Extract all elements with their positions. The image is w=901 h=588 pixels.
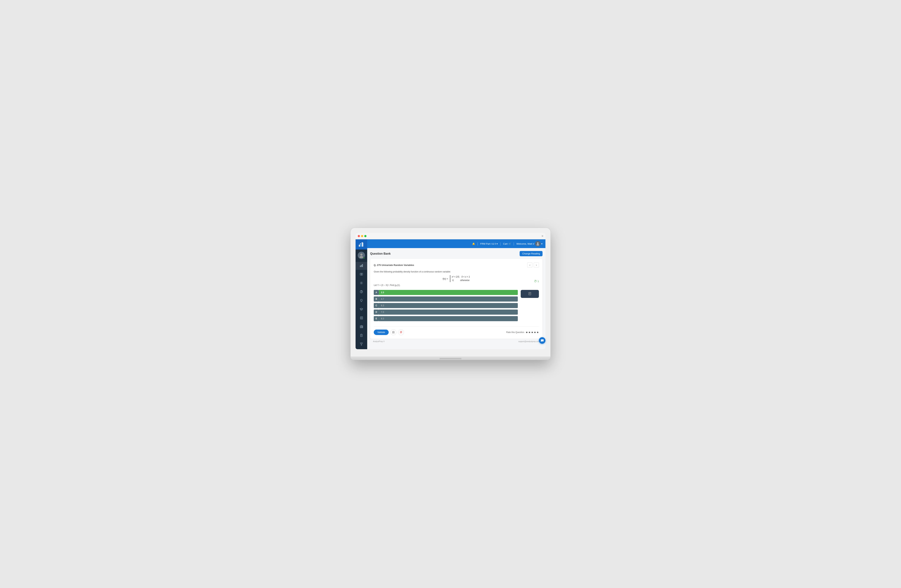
flag-icon	[400, 331, 402, 334]
user-dropdown-icon: ▾	[541, 242, 542, 245]
svg-rect-19	[360, 326, 361, 328]
svg-rect-21	[362, 326, 363, 328]
traffic-lights	[358, 235, 366, 237]
logo-icon	[359, 242, 364, 247]
support-email: support@analystprep.com	[518, 340, 539, 343]
sidebar-item-brain[interactable]	[355, 297, 367, 305]
sidebar-item-notes[interactable]	[355, 314, 367, 322]
option-e-value: 8.3	[381, 317, 384, 320]
previous-question-button[interactable]: ‹	[527, 262, 532, 268]
svg-point-27	[537, 242, 539, 244]
option-e-label: E	[374, 316, 379, 321]
svg-rect-0	[359, 245, 360, 246]
option-b-row[interactable]: B 4.7	[374, 296, 518, 301]
validate-button[interactable]: Validate	[374, 329, 389, 335]
user-welcome[interactable]: Welcome, Matt.V ▾	[516, 241, 542, 246]
svg-rect-22	[360, 334, 362, 337]
sidebar	[355, 239, 367, 349]
question-title: Q. 275 Univariate Random Variables	[374, 264, 414, 267]
star-5[interactable]: ★	[536, 331, 539, 334]
option-a-bar[interactable]: 2.3	[379, 290, 518, 295]
lightbulb-icon	[360, 299, 363, 303]
solution-icon	[528, 292, 532, 296]
option-d-bar[interactable]: 7.3	[379, 310, 518, 315]
bell-button[interactable]: 🔔	[472, 242, 475, 245]
library-icon	[360, 325, 363, 329]
frm-label: FRM Part I & II	[480, 242, 496, 245]
question-topic: Univariate Random Variables	[382, 264, 414, 267]
option-b-value: 4.7	[381, 298, 384, 300]
change-reading-button[interactable]: Change Reading	[520, 251, 542, 256]
next-question-button[interactable]: ›	[534, 262, 539, 268]
graduation-icon	[360, 307, 363, 312]
main-area: 🔔 | FRM Part I & II ▾ | Cart 🛒 | Welcome…	[367, 239, 546, 349]
user-avatar	[535, 241, 541, 246]
question-sub-text: Let Y = (3 − X)². Find gY(1).	[374, 284, 539, 287]
option-c-bar[interactable]: 6.3	[379, 303, 518, 308]
option-a-label: A	[374, 290, 379, 295]
svg-rect-1	[360, 244, 362, 246]
option-e-bar[interactable]: 8.3	[379, 316, 518, 321]
trophy-icon	[360, 342, 363, 347]
clipboard-icon	[360, 334, 363, 338]
sidebar-item-analytics[interactable]	[355, 288, 367, 296]
flag-button[interactable]	[398, 329, 404, 335]
sidebar-item-practice[interactable]	[355, 279, 367, 287]
avatar[interactable]	[358, 252, 365, 259]
sidebar-item-courses[interactable]	[355, 306, 367, 313]
star-2[interactable]: ★	[528, 331, 531, 334]
nav-separator-2: |	[500, 242, 501, 246]
question-footer: Validate	[374, 326, 539, 335]
close-button[interactable]	[358, 235, 360, 237]
cart-button[interactable]: Cart 🛒	[503, 242, 511, 245]
hamburger-icon[interactable]: ≡	[542, 234, 543, 238]
star-3[interactable]: ★	[531, 331, 533, 334]
online-indicator	[363, 257, 365, 259]
svg-point-4	[360, 256, 363, 258]
star-1[interactable]: ★	[525, 331, 528, 334]
stars[interactable]: ★ ★ ★ ★ ★	[525, 331, 539, 334]
sidebar-item-dashboard[interactable]	[355, 262, 367, 270]
cart-label: Cart	[503, 242, 508, 245]
bell-icon: 🔔	[472, 242, 475, 245]
laptop-base	[351, 357, 550, 360]
svg-rect-20	[361, 325, 362, 328]
sidebar-item-reading[interactable]	[355, 271, 367, 279]
option-a-value: 2.3	[381, 291, 384, 294]
svg-rect-7	[362, 264, 363, 267]
svg-rect-6	[361, 265, 362, 267]
book-open-icon	[360, 273, 363, 277]
copyright-text: AnalystPrep ©	[373, 340, 385, 343]
laptop-notch	[440, 358, 461, 359]
option-d-row[interactable]: D 7.3	[374, 310, 518, 315]
option-a-row[interactable]: A 2.3	[374, 290, 518, 295]
sidebar-item-library[interactable]	[355, 323, 367, 331]
welcome-label: Welcome, Matt.V	[516, 242, 534, 245]
star-4[interactable]: ★	[534, 331, 536, 334]
frm-dropdown-icon: ▾	[497, 242, 498, 245]
sidebar-logo[interactable]	[355, 239, 367, 250]
chat-icon	[541, 339, 544, 342]
option-b-bar[interactable]: 4.7	[379, 296, 518, 301]
cart-icon: 🛒	[508, 242, 511, 245]
rating-section: Rate this Question ★ ★ ★ ★ ★	[506, 331, 539, 334]
option-e-row[interactable]: E 8.3	[374, 316, 518, 321]
sidebar-item-awards[interactable]	[355, 340, 367, 348]
answer-section: A 2.3 B 4.7	[374, 290, 539, 323]
question-header: Q. 275 Univariate Random Variables ‹ ›	[374, 262, 539, 268]
bookmark-icon	[392, 331, 395, 334]
option-d-value: 7.3	[381, 311, 384, 313]
app-footer: AnalystPrep © support@analystprep.com	[370, 339, 542, 344]
frm-dropdown[interactable]: FRM Part I & II ▾	[480, 242, 498, 245]
chat-bubble-button[interactable]	[539, 337, 546, 344]
option-c-row[interactable]: C 6.3	[374, 303, 518, 308]
maximize-button[interactable]	[364, 235, 366, 237]
nav-separator-3: |	[513, 242, 514, 246]
page-header: Question Bank Change Reading	[370, 251, 542, 256]
content-area: Question Bank Change Reading Q. 275 Univ…	[367, 248, 546, 349]
bookmark-button[interactable]	[390, 329, 396, 335]
footer-left: Validate	[374, 329, 404, 335]
solution-panel[interactable]	[521, 290, 539, 298]
minimize-button[interactable]	[361, 235, 363, 237]
sidebar-item-clipboard[interactable]	[355, 332, 367, 340]
